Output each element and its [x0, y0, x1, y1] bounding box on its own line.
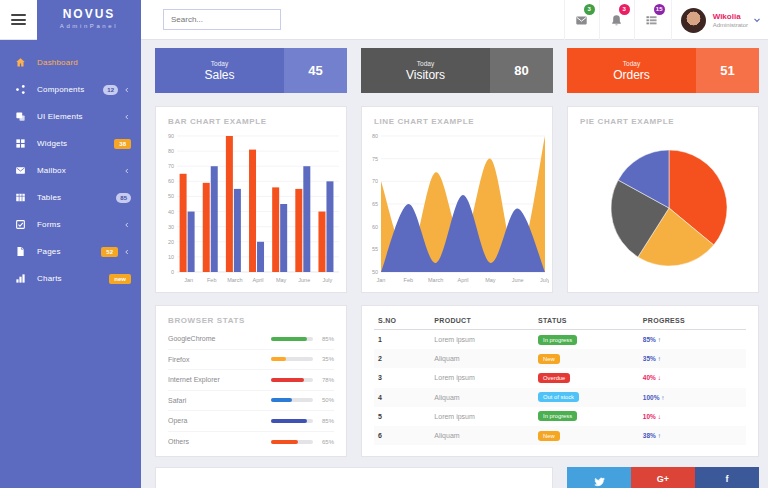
brand-subtitle: AdminPanel	[37, 23, 141, 29]
svg-text:50: 50	[372, 269, 378, 275]
ui-elements-icon	[15, 111, 26, 122]
table-row: 5Lorem ipsumIn progress10% ↓	[374, 407, 746, 426]
panel-title: PIE CHART EXAMPLE	[580, 117, 758, 126]
panel-title: LINE CHART EXAMPLE	[374, 117, 552, 126]
facebook-button[interactable]: f	[695, 467, 759, 488]
stat-cards-row: TodaySales45TodayVisitors80TodayOrders51	[155, 48, 759, 93]
tasks-icon	[645, 14, 658, 27]
bar-chart: 0102030405060708090JanFebMarchAprilMayJu…	[161, 128, 342, 290]
stat-value: 51	[696, 48, 759, 93]
browser-name: GoogleChrome	[168, 335, 271, 342]
browser-percent: 78%	[319, 377, 334, 383]
sidebar-item-label: Components	[37, 85, 84, 94]
stat-card-orders: TodayOrders51	[567, 48, 759, 93]
home-icon	[15, 57, 26, 68]
stat-period: Today	[623, 60, 640, 67]
sidebar-item-tables[interactable]: Tables85	[0, 184, 141, 211]
sidebar-item-components[interactable]: Components12	[0, 76, 141, 103]
sidebar-item-label: UI Elements	[37, 112, 83, 121]
product-table-panel: S.NOPRODUCTSTATUSPROGRESS 1Lorem ipsumIn…	[361, 305, 759, 457]
browser-stat-row: Safari50%	[168, 391, 334, 412]
sidebar-nav: DashboardComponents12UI ElementsWidgets3…	[0, 40, 141, 488]
svg-text:60: 60	[372, 224, 378, 230]
tables-icon	[15, 192, 26, 203]
bottom-panel	[155, 467, 553, 488]
sidebar-item-widgets[interactable]: Widgets38	[0, 130, 141, 157]
twitter-button[interactable]	[567, 467, 631, 488]
chevron-left-icon	[123, 167, 131, 175]
avatar	[681, 8, 706, 33]
table-header: STATUS	[534, 312, 639, 330]
sidebar-badge: 12	[103, 85, 118, 95]
svg-text:60: 60	[168, 178, 174, 184]
envelope-notification-button[interactable]: 3	[564, 0, 599, 40]
tasks-notification-button[interactable]: 15	[634, 0, 669, 40]
stat-value: 80	[490, 48, 553, 93]
user-name: Wikolia	[713, 12, 748, 21]
sidebar-item-pages[interactable]: Pages52	[0, 238, 141, 265]
svg-text:30: 30	[168, 224, 174, 230]
svg-text:July: July	[540, 277, 549, 283]
progress-fill	[271, 398, 292, 402]
status-badge: Out of stock	[538, 392, 579, 402]
browser-stats-panel: BROWSER STATS GoogleChrome85%Firefox35%I…	[155, 305, 347, 457]
svg-text:Jan: Jan	[184, 277, 193, 283]
svg-text:July: July	[323, 277, 333, 283]
svg-text:April: April	[252, 277, 263, 283]
sidebar-badge: 85	[116, 193, 131, 203]
svg-text:March: March	[428, 277, 443, 283]
progress-value: 10% ↓	[643, 413, 661, 420]
line-chart-panel: LINE CHART EXAMPLE 50556065707580JanFebM…	[361, 106, 553, 293]
stat-period: Today	[211, 60, 228, 67]
svg-text:55: 55	[372, 246, 378, 252]
table-header: S.NO	[374, 312, 430, 330]
browser-percent: 85%	[319, 336, 334, 342]
chevron-left-icon	[123, 221, 131, 229]
user-menu[interactable]: Wikolia Administrator	[671, 0, 762, 40]
sidebar-item-forms[interactable]: Forms	[0, 211, 141, 238]
browser-stat-row: Firefox35%	[168, 350, 334, 371]
brand-name: NOVUS	[37, 8, 141, 20]
bar-chart-panel: BAR CHART EXAMPLE 0102030405060708090Jan…	[155, 106, 347, 293]
progress-value: 38% ↑	[643, 432, 661, 439]
top-header: NOVUS AdminPanel 3315 Wikolia Administra…	[0, 0, 768, 40]
chevron-left-icon	[123, 113, 131, 121]
menu-toggle-icon[interactable]	[11, 14, 26, 25]
progress-fill	[271, 378, 304, 382]
admin-dashboard: NOVUS AdminPanel 3315 Wikolia Administra…	[0, 0, 768, 488]
forms-icon	[15, 219, 26, 230]
progress-track	[271, 419, 313, 423]
chevron-down-icon	[752, 11, 762, 29]
svg-text:10: 10	[168, 254, 174, 260]
stat-card-visitors: TodayVisitors80	[361, 48, 553, 93]
browser-name: Others	[168, 438, 271, 445]
notification-count-badge: 15	[654, 4, 665, 15]
brand-logo[interactable]: NOVUS AdminPanel	[37, 0, 141, 40]
browser-percent: 35%	[319, 356, 334, 362]
sidebar-badge: new	[109, 274, 131, 284]
svg-text:50: 50	[168, 193, 174, 199]
google-plus-button[interactable]: G+	[631, 467, 695, 488]
browser-stat-row: Internet Explorer78%	[168, 370, 334, 391]
sidebar-item-charts[interactable]: Chartsnew	[0, 265, 141, 292]
panel-title: BROWSER STATS	[168, 316, 346, 325]
progress-track	[271, 398, 313, 402]
chevron-down-icon	[752, 15, 762, 25]
sidebar-badge: 52	[101, 247, 118, 257]
header-actions: 3315 Wikolia Administrator	[564, 0, 762, 40]
bell-notification-button[interactable]: 3	[599, 0, 634, 40]
svg-text:80: 80	[168, 148, 174, 154]
svg-text:May: May	[276, 277, 287, 283]
browser-percent: 65%	[319, 439, 334, 445]
browser-percent: 85%	[319, 418, 334, 424]
stat-label: Visitors	[406, 68, 445, 82]
progress-fill	[271, 337, 307, 341]
notification-count-badge: 3	[619, 4, 630, 15]
sidebar-item-mailbox[interactable]: Mailbox	[0, 157, 141, 184]
sidebar-item-label: Dashboard	[37, 58, 78, 67]
status-badge: New	[538, 354, 560, 364]
search-input[interactable]	[163, 9, 281, 30]
sidebar-item-ui-elements[interactable]: UI Elements	[0, 103, 141, 130]
sidebar-item-dashboard[interactable]: Dashboard	[0, 49, 141, 76]
mailbox-icon	[15, 165, 26, 176]
